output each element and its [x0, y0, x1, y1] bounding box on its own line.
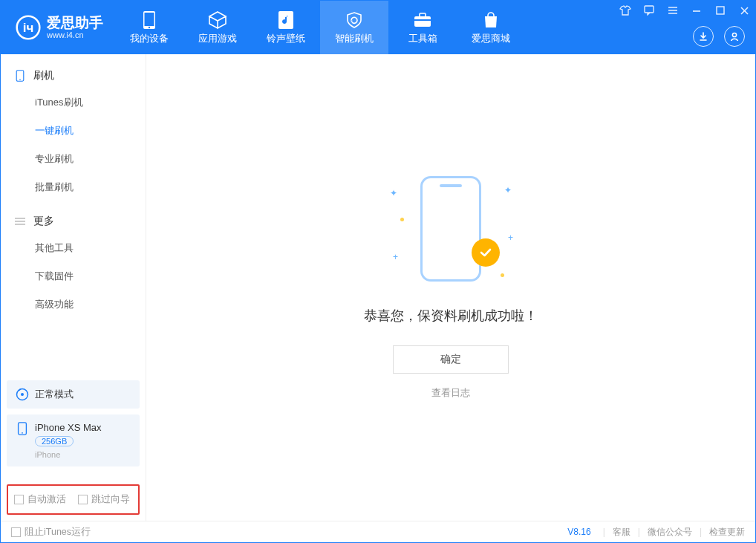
status-bar: 阻止iTunes运行 V8.16 | 客服 | 微信公众号 | 检查更新 — [1, 521, 755, 542]
sidebar-item-batch-flash[interactable]: 批量刷机 — [1, 173, 146, 201]
options-box: 自动激活 跳过向导 — [7, 484, 140, 515]
device-type: iPhone — [35, 450, 102, 459]
user-icon[interactable] — [724, 26, 745, 47]
app-window: iч 爱思助手 www.i4.cn 我的设备 应用游戏 铃声壁纸 智能 — [0, 0, 756, 543]
ok-button[interactable]: 确定 — [393, 345, 509, 374]
status-link-support[interactable]: 客服 — [613, 526, 630, 539]
sidebar-item-pro-flash[interactable]: 专业刷机 — [1, 145, 146, 173]
minimize-button[interactable] — [690, 4, 703, 17]
tab-toolbox[interactable]: 工具箱 — [388, 1, 457, 54]
sidebar-item-download-firmware[interactable]: 下载固件 — [1, 262, 146, 290]
close-button[interactable] — [737, 4, 751, 17]
sidebar: 刷机 iTunes刷机 一键刷机 专业刷机 批量刷机 更多 其他工具 下载固件 … — [1, 54, 146, 521]
feedback-icon[interactable] — [642, 4, 656, 17]
tab-flash[interactable]: 智能刷机 — [320, 1, 388, 54]
tab-ringtones[interactable]: 铃声壁纸 — [252, 1, 320, 54]
sidebar-item-itunes-flash[interactable]: iTunes刷机 — [1, 88, 146, 117]
app-logo-icon: iч — [16, 15, 41, 40]
top-tabs: 我的设备 应用游戏 铃声壁纸 智能刷机 工具箱 爱思商城 — [115, 1, 525, 54]
device-phone-icon — [16, 422, 29, 435]
bag-icon — [481, 10, 501, 30]
sidebar-item-other-tools[interactable]: 其他工具 — [1, 234, 146, 262]
header: iч 爱思助手 www.i4.cn 我的设备 应用游戏 铃声壁纸 智能 — [1, 1, 755, 54]
device-card[interactable]: iPhone XS Max 256GB iPhone — [7, 414, 140, 466]
tab-apps[interactable]: 应用游戏 — [183, 1, 252, 54]
svg-point-17 — [732, 33, 736, 36]
mode-icon — [16, 388, 29, 401]
version-label: V8.16 — [567, 527, 590, 537]
mode-label: 正常模式 — [35, 388, 74, 401]
svg-rect-8 — [414, 19, 431, 21]
svg-point-19 — [19, 79, 21, 80]
checkbox-block-itunes[interactable]: 阻止iTunes运行 — [11, 526, 91, 539]
refresh-shield-icon — [345, 10, 364, 30]
app-title: 爱思助手 — [47, 16, 103, 31]
window-controls — [619, 4, 751, 17]
svg-rect-6 — [414, 16, 431, 27]
list-icon — [14, 215, 26, 227]
svg-rect-3 — [145, 13, 154, 26]
sidebar-group-flash: 刷机 — [1, 63, 146, 88]
success-illustration: ✦✦++ — [406, 176, 495, 287]
check-badge-icon — [472, 238, 500, 267]
success-message: 恭喜您，保资料刷机成功啦！ — [364, 307, 538, 325]
sidebar-group-more: 更多 — [1, 209, 146, 234]
toolbox-icon — [413, 10, 432, 30]
tab-store[interactable]: 爱思商城 — [457, 1, 525, 54]
svg-point-26 — [22, 432, 23, 434]
mode-card[interactable]: 正常模式 — [7, 380, 140, 409]
svg-point-4 — [149, 26, 150, 27]
header-actions — [693, 26, 745, 47]
cube-icon — [208, 10, 227, 30]
main-content: ✦✦++ 恭喜您，保资料刷机成功啦！ 确定 查看日志 — [146, 54, 755, 521]
device-panel: 正常模式 iPhone XS Max 256GB iPhone — [1, 374, 146, 478]
body: 刷机 iTunes刷机 一键刷机 专业刷机 批量刷机 更多 其他工具 下载固件 … — [1, 54, 755, 521]
music-file-icon — [276, 10, 296, 30]
logo: iч 爱思助手 www.i4.cn — [1, 1, 115, 54]
status-link-wechat[interactable]: 微信公众号 — [648, 526, 692, 539]
view-log-link[interactable]: 查看日志 — [431, 387, 470, 400]
device-icon — [140, 10, 159, 30]
phone-small-icon — [14, 70, 26, 82]
status-link-update[interactable]: 检查更新 — [709, 526, 745, 539]
tab-my-device[interactable]: 我的设备 — [115, 1, 183, 54]
svg-text:iч: iч — [23, 21, 34, 35]
download-icon[interactable] — [693, 26, 714, 47]
sidebar-item-oneclick-flash[interactable]: 一键刷机 — [1, 117, 146, 145]
app-subtitle: www.i4.cn — [47, 30, 103, 39]
tshirt-icon[interactable] — [619, 4, 632, 17]
sidebar-item-advanced[interactable]: 高级功能 — [1, 290, 146, 319]
svg-rect-14 — [717, 7, 724, 14]
svg-rect-9 — [645, 6, 654, 13]
svg-rect-7 — [420, 13, 426, 17]
svg-point-24 — [21, 393, 24, 396]
checkbox-auto-activate[interactable]: 自动激活 — [14, 493, 66, 506]
menu-icon[interactable] — [666, 4, 680, 17]
maximize-button[interactable] — [714, 4, 727, 17]
device-name: iPhone XS Max — [35, 422, 102, 433]
checkbox-skip-guide[interactable]: 跳过向导 — [78, 493, 130, 506]
device-capacity: 256GB — [35, 436, 74, 446]
